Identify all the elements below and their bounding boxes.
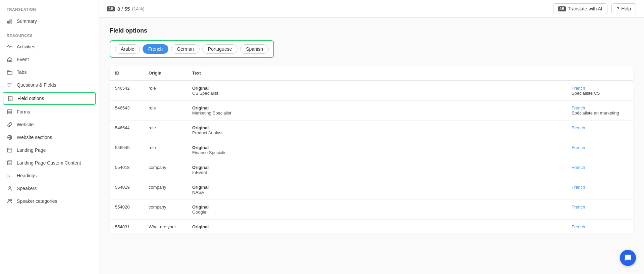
lang-tab-portuguese[interactable]: Portuguese <box>202 44 238 54</box>
cell-text: OriginalCS Specialist <box>187 81 566 101</box>
svg-text:B: B <box>7 174 10 178</box>
french-link[interactable]: French <box>572 105 585 110</box>
cell-origin: What are your <box>143 220 187 234</box>
sidebar-item-speakers[interactable]: Speakers <box>0 182 99 195</box>
cell-french: French <box>566 121 633 140</box>
french-link[interactable]: French <box>572 165 585 170</box>
sidebar-item-landing-page-custom[interactable]: Landing Page Custom Content <box>0 156 99 169</box>
translation-percent: (14%) <box>132 6 144 11</box>
chat-button[interactable] <box>620 250 636 266</box>
svg-point-31 <box>9 187 10 188</box>
sidebar-item-event[interactable]: Event <box>0 53 99 66</box>
cell-origin: role <box>143 121 187 140</box>
col-header-id: ID <box>110 66 143 81</box>
top-bar: AB 8 / 55 (14%) AB Translate with AI ? H… <box>99 0 644 18</box>
cell-french: FrenchSpécialiste CS <box>566 81 633 101</box>
cell-french: French <box>566 160 633 180</box>
sidebar-item-website-sections[interactable]: Website sections <box>0 131 99 144</box>
table-row: 554018companyOriginalInEventFrench <box>110 160 633 180</box>
sidebar-item-summary[interactable]: Summary <box>0 15 99 28</box>
sidebar-item-label: Event <box>17 57 29 62</box>
svg-rect-3 <box>9 60 10 62</box>
content-area: Field options Arabic French German Portu… <box>99 18 644 274</box>
original-text: Finance Specialist <box>192 150 228 155</box>
table-row: 554031What are yourOriginalFrench <box>110 220 633 234</box>
french-link[interactable]: French <box>572 125 585 130</box>
help-button[interactable]: ? Help <box>611 3 636 14</box>
sections-icon <box>7 134 13 140</box>
translation-count: 8 / 55 (14%) <box>117 6 145 12</box>
svg-point-9 <box>7 84 8 84</box>
top-bar-right: AB Translate with AI ? Help <box>553 3 636 14</box>
sidebar-item-website[interactable]: Website <box>0 118 99 131</box>
sidebar-item-label: Headings <box>17 173 37 178</box>
clipboard-icon <box>7 95 13 101</box>
sidebar-item-questions-fields[interactable]: Questions & Fields <box>0 79 99 91</box>
original-label: Original <box>192 125 561 130</box>
main-area: AB 8 / 55 (14%) AB Translate with AI ? H… <box>99 0 644 274</box>
translations-table: ID Origin Text 546542roleOriginalCS Spec… <box>110 66 633 234</box>
forms-icon <box>7 109 13 115</box>
sidebar-item-label: Questions & Fields <box>17 82 56 88</box>
svg-point-11 <box>7 86 8 86</box>
sidebar-item-activities[interactable]: Activities <box>0 40 99 53</box>
svg-rect-22 <box>8 148 12 152</box>
sidebar-item-label: Landing Page <box>17 147 46 153</box>
cell-id: 546543 <box>110 101 143 121</box>
french-link[interactable]: French <box>572 224 585 229</box>
cell-text: OriginalNASA <box>187 180 566 200</box>
lang-tab-arabic[interactable]: Arabic <box>115 44 140 54</box>
cell-french: French <box>566 200 633 220</box>
sidebar-item-label: Speaker categories <box>17 198 57 204</box>
sidebar-item-speaker-categories[interactable]: Speaker categories <box>0 195 99 208</box>
french-link[interactable]: French <box>572 185 585 190</box>
link-icon <box>7 122 13 128</box>
table-row: 546545roleOriginalFinance SpecialistFren… <box>110 140 633 160</box>
landing-custom-icon <box>7 160 13 166</box>
cell-id: 546542 <box>110 81 143 101</box>
cell-origin: role <box>143 140 187 160</box>
resources-section-title: RESOURCES <box>0 28 99 40</box>
home-icon <box>7 56 13 62</box>
col-header-text: Text <box>187 66 566 81</box>
sidebar-item-label: Forms <box>17 109 30 115</box>
speaker-cat-icon <box>7 198 13 204</box>
sidebar-item-label: Website <box>17 122 34 127</box>
sidebar: TRANSLATION Summary RESOURCES Activities <box>0 0 99 274</box>
translate-ai-button[interactable]: AB Translate with AI <box>553 3 607 14</box>
cell-text: OriginalProduct Analyst <box>187 121 566 140</box>
table-row: 554020companyOriginalGoogleFrench <box>110 200 633 220</box>
help-icon: ? <box>616 6 620 11</box>
sidebar-item-field-options[interactable]: Field options <box>3 92 96 105</box>
original-label: Original <box>192 185 561 190</box>
sidebar-item-landing-page[interactable]: Landing Page <box>0 144 99 156</box>
original-text: CS Specialist <box>192 91 218 96</box>
table-row: 546542roleOriginalCS SpecialistFrenchSpé… <box>110 81 633 101</box>
cell-id: 546545 <box>110 140 143 160</box>
sidebar-item-tabs[interactable]: Tabs <box>0 66 99 79</box>
table-row: 554019companyOriginalNASAFrench <box>110 180 633 200</box>
svg-point-32 <box>8 199 10 201</box>
lang-tab-german[interactable]: German <box>171 44 200 54</box>
original-text: Marketing Specialist <box>192 110 231 116</box>
original-text: NASA <box>192 190 204 195</box>
svg-rect-2 <box>11 19 12 24</box>
sidebar-item-forms[interactable]: Forms <box>0 105 99 118</box>
lang-tab-spanish[interactable]: Spanish <box>240 44 269 54</box>
sidebar-item-label: Activities <box>17 44 35 49</box>
language-tabs: Arabic French German Portuguese Spanish <box>110 40 274 58</box>
svg-point-10 <box>7 85 8 85</box>
cell-text: Original <box>187 220 566 234</box>
lang-tab-french[interactable]: French <box>143 44 169 54</box>
speakers-icon <box>7 185 13 191</box>
table-row: 546543roleOriginalMarketing SpecialistFr… <box>110 101 633 121</box>
col-header-french <box>566 66 633 81</box>
sidebar-item-label: Tabs <box>17 70 27 75</box>
original-label: Original <box>192 165 561 170</box>
french-link[interactable]: French <box>572 204 585 210</box>
sidebar-item-headings[interactable]: B Headings <box>0 169 99 182</box>
cell-origin: company <box>143 160 187 180</box>
original-label: Original <box>192 204 561 210</box>
french-link[interactable]: French <box>572 86 585 91</box>
french-link[interactable]: French <box>572 145 585 150</box>
